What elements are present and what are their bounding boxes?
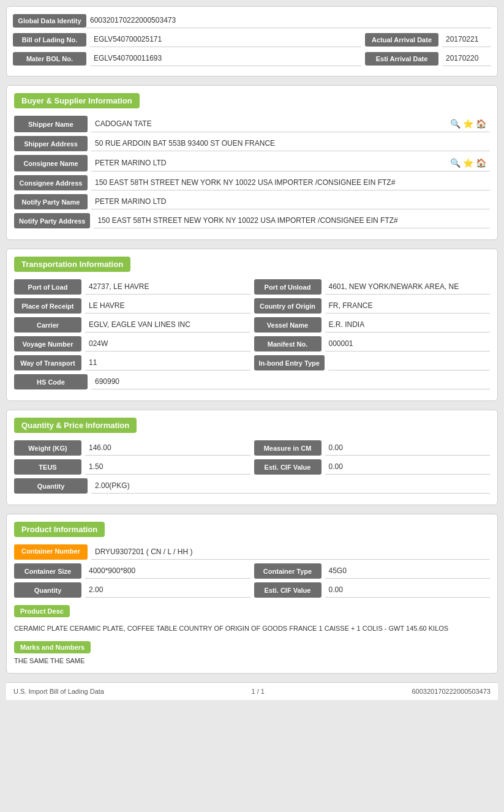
product-info-header: Product Information <box>14 522 105 537</box>
footer-right: 600320170222000503473 <box>412 688 491 695</box>
country-of-origin-col: Country of Origin FR, FRANCE <box>254 298 491 314</box>
quantity-price-card: Quantity & Price Information Weight (KG)… <box>6 410 498 505</box>
consignee-icons: 🔍 ⭐ 🏠 <box>450 158 486 168</box>
transportation-header: Transportation Information <box>14 257 130 272</box>
mater-bol-row: Mater BOL No. EGLV540700011693 Esti Arri… <box>13 51 491 66</box>
shipper-name-row: Shipper Name CADOGAN TATE 🔍 ⭐ 🏠 <box>14 116 490 132</box>
weight-col: Weight (KG) 146.00 <box>14 440 250 456</box>
way-inbond-row: Way of Transport 11 In-bond Entry Type <box>14 355 490 370</box>
manifest-no-value: 000001 <box>325 336 491 351</box>
container-size-label: Container Size <box>14 563 81 579</box>
consignee-name-row: Consignee Name PETER MARINO LTD 🔍 ⭐ 🏠 <box>14 155 490 171</box>
notify-party-name-value: PETER MARINO LTD <box>91 194 490 209</box>
quantity-row: Quantity 2.00(PKG) <box>14 478 490 494</box>
container-size-value: 4000*900*800 <box>85 563 250 579</box>
shipper-address-row: Shipper Address 50 RUE ARDOIN BAT 553B 9… <box>14 136 490 151</box>
container-number-row: Container Number DRYU9307201 ( CN / L / … <box>14 544 490 560</box>
product-esti-cif-label: Esti. CIF Value <box>254 582 322 598</box>
product-quantity-label: Quantity <box>14 582 81 598</box>
notify-party-address-label: Notify Party Address <box>14 213 90 228</box>
product-desc-section: Product Desc CERAMIC PLATE CERAMIC PLATE… <box>14 601 490 636</box>
measure-in-cm-label: Measure in CM <box>254 440 322 456</box>
container-number-label: Container Number <box>14 544 88 560</box>
product-info-card: Product Information Container Number DRY… <box>6 514 498 674</box>
vessel-name-col: Vessel Name E.R. INDIA <box>254 317 491 333</box>
way-of-transport-label: Way of Transport <box>14 355 81 370</box>
port-of-load-label: Port of Load <box>14 279 81 295</box>
shipper-search-icon[interactable]: 🔍 <box>450 119 461 129</box>
consignee-home-icon[interactable]: 🏠 <box>476 158 486 168</box>
weight-value: 146.00 <box>85 440 250 456</box>
teus-label: TEUS <box>14 459 81 475</box>
shipper-icons: 🔍 ⭐ 🏠 <box>450 119 486 129</box>
quantity-label: Quantity <box>14 478 88 494</box>
actual-arrival-date-value: 20170221 <box>442 32 491 47</box>
hs-code-value: 690990 <box>91 374 490 389</box>
hs-code-label: HS Code <box>14 374 88 389</box>
consignee-address-row: Consignee Address 150 EAST 58TH STREET N… <box>14 175 490 190</box>
carrier-label: Carrier <box>14 317 81 333</box>
consignee-name-label: Consignee Name <box>14 155 88 171</box>
container-size-col: Container Size 4000*900*800 <box>14 563 250 579</box>
shipper-star-icon[interactable]: ⭐ <box>463 119 473 129</box>
notify-party-name-row: Notify Party Name PETER MARINO LTD <box>14 194 490 209</box>
page: Global Data Identity 6003201702220005034… <box>0 0 504 812</box>
product-desc-text: CERAMIC PLATE CERAMIC PLATE, COFFEE TABL… <box>14 621 490 636</box>
consignee-star-icon[interactable]: ⭐ <box>463 158 473 168</box>
buyer-supplier-header: Buyer & Supplier Information <box>14 93 140 108</box>
mater-bol-label: Mater BOL No. <box>13 52 86 66</box>
container-number-value: DRYU9307201 ( CN / L / HH ) <box>91 544 490 560</box>
measure-in-cm-value: 0.00 <box>325 440 491 456</box>
gdi-row: Global Data Identity 6003201702220005034… <box>13 13 491 28</box>
esti-cif-col: Esti. CIF Value 0.00 <box>254 459 491 475</box>
teus-cif-row: TEUS 1.50 Esti. CIF Value 0.00 <box>14 459 490 475</box>
way-of-transport-value: 11 <box>85 355 250 370</box>
place-of-receipt-label: Place of Receipt <box>14 298 81 314</box>
inbond-entry-col: In-bond Entry Type <box>254 355 491 370</box>
manifest-col: Manifest No. 000001 <box>254 336 491 351</box>
voyage-number-label: Voyage Number <box>14 336 81 351</box>
global-data-identity-label: Global Data Identity <box>13 14 86 28</box>
carrier-vessel-row: Carrier EGLV, EAGLE VAN LINES INC Vessel… <box>14 317 490 333</box>
shipper-address-label: Shipper Address <box>14 136 88 151</box>
teus-value: 1.50 <box>85 459 250 475</box>
hs-code-row: HS Code 690990 <box>14 374 490 389</box>
product-esti-cif-value: 0.00 <box>325 582 491 598</box>
way-of-transport-col: Way of Transport 11 <box>14 355 250 370</box>
port-row: Port of Load 42737, LE HAVRE Port of Unl… <box>14 279 490 295</box>
container-type-label: Container Type <box>254 563 322 579</box>
bill-of-lading-value: EGLV540700025171 <box>90 32 361 47</box>
quantity-price-header: Quantity & Price Information <box>14 418 137 433</box>
footer-left: U.S. Import Bill of Lading Data <box>13 688 104 695</box>
buyer-supplier-card: Buyer & Supplier Information Shipper Nam… <box>6 85 498 240</box>
consignee-name-value: PETER MARINO LTD 🔍 ⭐ 🏠 <box>91 155 490 171</box>
carrier-value: EGLV, EAGLE VAN LINES INC <box>85 317 250 333</box>
vessel-name-value: E.R. INDIA <box>325 317 491 333</box>
product-qty-cif-row: Quantity 2.00 Esti. CIF Value 0.00 <box>14 582 490 598</box>
measure-col: Measure in CM 0.00 <box>254 440 491 456</box>
actual-arrival-date-label: Actual Arrival Date <box>365 33 438 47</box>
esti-cif-value-label: Esti. CIF Value <box>254 459 322 475</box>
port-of-unload-value: 4601, NEW YORK/NEWARK AREA, NE <box>325 279 491 295</box>
weight-label: Weight (KG) <box>14 440 81 456</box>
shipper-home-icon[interactable]: 🏠 <box>476 119 486 129</box>
port-of-load-value: 42737, LE HAVRE <box>85 279 250 295</box>
port-unload-col: Port of Unload 4601, NEW YORK/NEWARK ARE… <box>254 279 491 295</box>
shipper-address-value: 50 RUE ARDOIN BAT 553B 93400 ST OUEN FRA… <box>91 136 490 151</box>
manifest-no-label: Manifest No. <box>254 336 322 351</box>
notify-party-address-row: Notify Party Address 150 EAST 58TH STREE… <box>14 213 490 228</box>
place-of-receipt-value: LE HAVRE <box>85 298 250 314</box>
voyage-manifest-row: Voyage Number 024W Manifest No. 000001 <box>14 336 490 351</box>
product-desc-label: Product Desc <box>14 605 70 617</box>
notify-party-name-label: Notify Party Name <box>14 194 88 209</box>
weight-measure-row: Weight (KG) 146.00 Measure in CM 0.00 <box>14 440 490 456</box>
consignee-search-icon[interactable]: 🔍 <box>450 158 461 168</box>
esti-arrival-date-label: Esti Arrival Date <box>365 52 438 66</box>
voyage-col: Voyage Number 024W <box>14 336 250 351</box>
country-of-origin-label: Country of Origin <box>254 298 322 314</box>
product-esti-cif-col: Esti. CIF Value 0.00 <box>254 582 491 598</box>
esti-arrival-date-value: 20170220 <box>442 51 491 66</box>
container-type-value: 45G0 <box>325 563 491 579</box>
esti-cif-value: 0.00 <box>325 459 491 475</box>
marks-and-numbers-label: Marks and Numbers <box>14 641 91 653</box>
